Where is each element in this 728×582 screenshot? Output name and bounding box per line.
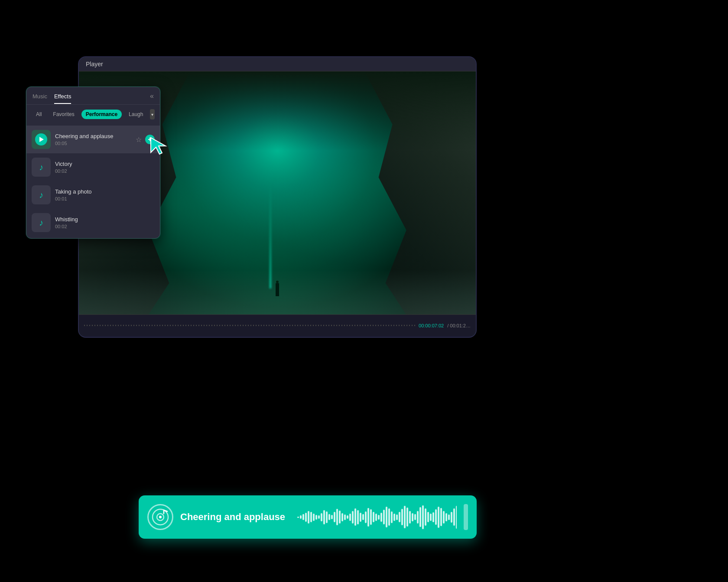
tab-effects-label: Effects bbox=[54, 93, 72, 100]
waveform-bar bbox=[406, 508, 408, 527]
waveform-bar bbox=[409, 511, 411, 524]
waveform-bar bbox=[305, 513, 307, 522]
waveform-bar bbox=[354, 508, 356, 526]
collapse-icon: « bbox=[150, 92, 154, 100]
waveform-bar bbox=[360, 513, 361, 522]
filter-favorites[interactable]: Favorites bbox=[49, 110, 78, 119]
cursor-icon bbox=[147, 134, 169, 156]
sound-list: Cheering and applause 00:05 ☆ + ♪ Victor… bbox=[26, 124, 160, 238]
waveform-bar bbox=[412, 513, 413, 521]
filter-performance-label: Performance bbox=[86, 111, 117, 117]
music-note-whistling: ♪ bbox=[39, 218, 43, 228]
waveform-bar bbox=[323, 510, 325, 524]
sound-info-photo: Taking a photo 00:01 bbox=[55, 188, 155, 201]
waveform-bar bbox=[318, 515, 320, 519]
filter-performance[interactable]: Performance bbox=[81, 110, 122, 119]
filter-all[interactable]: All bbox=[32, 110, 46, 119]
timeline-bar: 00:00:07:02 / 00:01:2… bbox=[79, 314, 476, 336]
sound-duration-photo: 00:01 bbox=[55, 196, 155, 201]
waveform-bar bbox=[440, 508, 442, 526]
waveform-bar bbox=[362, 514, 364, 520]
waveform-bar bbox=[430, 514, 432, 521]
sound-name-photo: Taking a photo bbox=[55, 188, 155, 195]
waveform-bar bbox=[375, 514, 377, 521]
sound-icon-box-cheering bbox=[32, 130, 51, 149]
svg-marker-0 bbox=[151, 138, 166, 154]
waveform-bar bbox=[425, 508, 426, 526]
waveform-bar bbox=[357, 510, 359, 524]
filter-dropdown[interactable]: ▾ bbox=[150, 109, 155, 120]
waveform-bar bbox=[383, 510, 385, 524]
sound-item-taking-photo[interactable]: ♪ Taking a photo 00:01 bbox=[26, 181, 160, 209]
audio-music-icon bbox=[151, 508, 170, 527]
waveform-bar bbox=[365, 511, 367, 523]
collapse-button[interactable]: « bbox=[150, 92, 154, 104]
scene: Player 00:00:07:02 / 00:01:2… Music bbox=[0, 0, 728, 582]
waveform-bar bbox=[386, 507, 387, 527]
waveform-bar bbox=[308, 511, 309, 524]
waveform-bar bbox=[370, 509, 372, 525]
effects-panel: Music Effects « All Favorites Performanc… bbox=[26, 87, 160, 239]
waveform-bar bbox=[404, 506, 406, 528]
waveform-bar bbox=[328, 514, 330, 520]
timeline-total: / 00:01:2… bbox=[447, 323, 471, 328]
sound-icon-box-photo: ♪ bbox=[32, 185, 51, 204]
sound-item-whistling[interactable]: ♪ Whistling 00:02 bbox=[26, 209, 160, 236]
tab-music[interactable]: Music bbox=[32, 93, 47, 104]
waveform-bar bbox=[396, 514, 398, 520]
waveform-bar bbox=[391, 511, 393, 523]
waveform-bar bbox=[344, 514, 346, 520]
waveform-bar bbox=[331, 515, 333, 519]
waveform-bar bbox=[451, 512, 452, 523]
svg-point-3 bbox=[159, 516, 162, 518]
player-title: Player bbox=[79, 57, 476, 71]
timeline-track[interactable] bbox=[84, 325, 415, 326]
play-button-cheering[interactable] bbox=[35, 133, 47, 146]
waveform-bar bbox=[321, 513, 322, 521]
waveform-bar bbox=[417, 511, 419, 524]
waveform-bar bbox=[419, 507, 421, 527]
sound-duration-whistling: 00:02 bbox=[55, 224, 155, 229]
waveform-bar bbox=[336, 509, 338, 525]
waveform-bar bbox=[367, 508, 369, 527]
tab-effects[interactable]: Effects bbox=[54, 93, 72, 104]
waveform-bar bbox=[443, 511, 445, 524]
panel-tabs: Music Effects « bbox=[26, 87, 160, 105]
play-icon bbox=[39, 137, 44, 142]
waveform-bar bbox=[313, 514, 315, 521]
sound-item-victory[interactable]: ♪ Victory 00:02 bbox=[26, 153, 160, 181]
waveform-bar bbox=[297, 517, 299, 518]
sound-info-whistling: Whistling 00:02 bbox=[55, 216, 155, 229]
tab-music-label: Music bbox=[32, 93, 47, 100]
sound-icon-box-victory: ♪ bbox=[32, 158, 51, 177]
waveform-bar bbox=[445, 513, 447, 521]
sound-item-cheering[interactable]: Cheering and applause 00:05 ☆ + bbox=[26, 126, 160, 153]
waveform-bar bbox=[373, 512, 374, 522]
sound-info-cheering: Cheering and applause 00:05 bbox=[55, 133, 131, 146]
light-beam bbox=[270, 183, 271, 288]
waveform-bar bbox=[448, 514, 450, 520]
sound-duration-cheering: 00:05 bbox=[55, 141, 131, 146]
player-title-text: Player bbox=[86, 61, 103, 68]
waveform-bar bbox=[388, 508, 390, 526]
sound-name-cheering: Cheering and applause bbox=[55, 133, 131, 139]
favorite-icon-cheering[interactable]: ☆ bbox=[136, 136, 142, 144]
filter-laugh[interactable]: Laugh bbox=[124, 110, 147, 119]
audio-player-title: Cheering and applause bbox=[180, 511, 285, 523]
waveform-bar bbox=[414, 514, 416, 520]
audio-handle[interactable] bbox=[464, 504, 468, 530]
waveform-bar bbox=[341, 513, 343, 521]
sound-name-whistling: Whistling bbox=[55, 216, 155, 223]
waveform-bar bbox=[352, 511, 354, 524]
waveform-bar bbox=[393, 514, 395, 521]
filter-favorites-label: Favorites bbox=[53, 111, 74, 117]
sound-duration-victory: 00:02 bbox=[55, 168, 155, 174]
waveform-bar bbox=[302, 514, 304, 520]
waveform-bar bbox=[399, 512, 400, 522]
waveform-bar bbox=[378, 515, 380, 520]
waveform-bar bbox=[422, 505, 424, 529]
waveform-bar bbox=[310, 512, 312, 522]
filter-laugh-label: Laugh bbox=[129, 111, 143, 117]
waveform-bar bbox=[315, 515, 317, 520]
audio-icon-circle bbox=[147, 504, 173, 530]
